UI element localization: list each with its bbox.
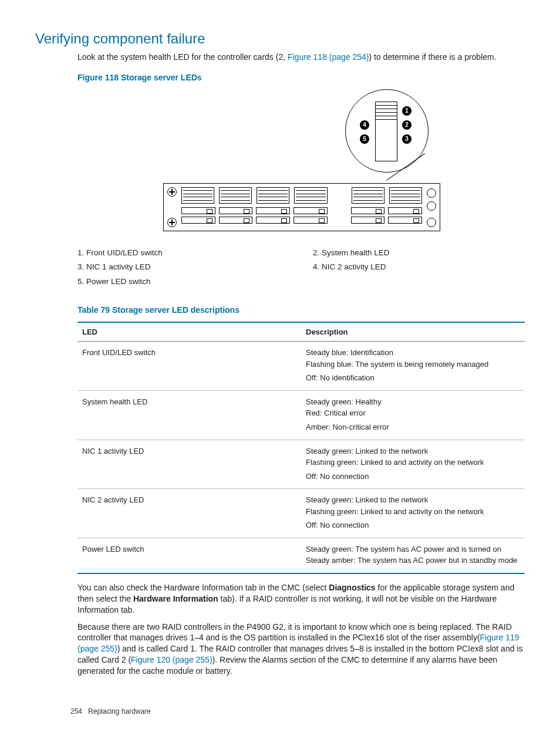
figure-118: 1 2 3 4 5 <box>77 89 525 287</box>
body-paragraph-2: Because there are two RAID controllers i… <box>77 622 525 677</box>
callout-5: 5 <box>360 134 369 144</box>
callout-2: 2 <box>402 120 411 130</box>
cell-description: Steady green: Linked to the networkFlash… <box>301 440 525 489</box>
server-front-diagram <box>163 183 440 231</box>
table-row: NIC 2 activity LEDSteady green: Linked t… <box>77 489 525 538</box>
legend-item: 3. NIC 1 activity LED <box>77 262 289 272</box>
col-header-description: Description <box>301 322 525 342</box>
col-header-led: LED <box>77 322 301 342</box>
table-row: Power LED switchSteady green: The system… <box>77 538 525 573</box>
body-paragraph-1: You can also check the Hardware Informat… <box>77 582 525 616</box>
cell-description: Steady blue: IdentificationFlashing blue… <box>301 342 525 391</box>
cell-led: Power LED switch <box>77 538 301 573</box>
legend-item: 4. NIC 2 activity LED <box>313 262 525 272</box>
callout-3: 3 <box>402 134 411 144</box>
table-row: NIC 1 activity LEDSteady green: Linked t… <box>77 440 525 489</box>
section-heading: Verifying component failure <box>35 29 525 48</box>
page-number: 254 <box>70 707 82 715</box>
zoom-detail-circle: 1 2 3 4 5 <box>345 89 429 173</box>
intro-text-post: ) to determine if there is a problem. <box>369 52 497 62</box>
hardware-info-bold: Hardware Information <box>133 594 218 603</box>
cell-description: Steady green: HealthyRed: Critical error… <box>301 390 525 440</box>
cell-description: Steady green: The system has AC power an… <box>301 538 525 573</box>
cell-led: NIC 1 activity LED <box>77 440 301 489</box>
figure-caption: Figure 118 Storage server LEDs <box>77 72 525 83</box>
cell-led: Front UID/LED switch <box>77 342 301 391</box>
cell-led: NIC 2 activity LED <box>77 489 301 538</box>
table-caption: Table 79 Storage server LED descriptions <box>77 305 525 316</box>
table-row: Front UID/LED switchSteady blue: Identif… <box>77 342 525 391</box>
legend-item: 5. Power LED switch <box>77 276 289 287</box>
led-descriptions-table: LED Description Front UID/LED switchStea… <box>77 322 525 574</box>
intro-paragraph: Look at the system health LED for the co… <box>77 52 525 63</box>
legend-item: 2. System health LED <box>313 248 525 258</box>
figure-120-link[interactable]: Figure 120 (page 255) <box>131 655 212 664</box>
figure-legend: 1. Front UID/LED switch 2. System health… <box>77 248 525 287</box>
page-footer: 254 Replacing hardware <box>70 707 151 716</box>
figure-art: 1 2 3 4 5 <box>163 89 439 236</box>
chapter-name: Replacing hardware <box>88 707 151 715</box>
callout-4: 4 <box>360 120 369 130</box>
cell-led: System health LED <box>77 390 301 440</box>
cell-description: Steady green: Linked to the networkFlash… <box>301 489 525 538</box>
callout-1: 1 <box>402 106 411 116</box>
legend-item: 1. Front UID/LED switch <box>77 248 289 258</box>
figure-118-link[interactable]: Figure 118 (page 254) <box>288 52 369 62</box>
diagnostics-bold: Diagnostics <box>329 583 375 592</box>
table-row: System health LEDSteady green: HealthyRe… <box>77 390 525 440</box>
intro-text-pre: Look at the system health LED for the co… <box>77 52 288 62</box>
